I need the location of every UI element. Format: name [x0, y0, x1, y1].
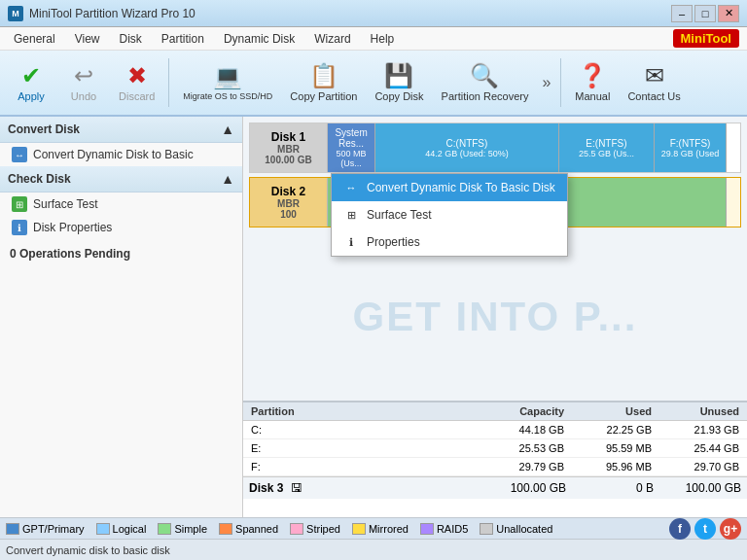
context-menu: ↔ Convert Dynamic Disk To Basic Disk ⊞ S… — [331, 173, 568, 257]
row3-capacity: 29.79 GB — [484, 458, 572, 475]
disk1-f-partition[interactable]: F:(NTFS) 29.8 GB (Used — [655, 123, 727, 172]
disk2-type: MBR — [277, 198, 300, 209]
copy-disk-label: Copy Disk — [374, 90, 423, 102]
collapse-check-icon[interactable]: ▲ — [221, 171, 234, 187]
legend-raid5: RAID5 — [420, 523, 468, 535]
menu-wizard[interactable]: Wizard — [304, 30, 360, 48]
migrate-icon: 💻 — [213, 65, 242, 88]
e-detail: 25.5 GB (Us... — [579, 149, 634, 158]
sysres-label: System Res... — [330, 127, 373, 149]
partition-recovery-label: Partition Recovery — [442, 90, 529, 102]
toolbar-more-button[interactable]: » — [538, 74, 554, 91]
legend-simple-box — [158, 523, 171, 535]
google-plus-button[interactable]: g+ — [720, 518, 741, 540]
table-header-row: Partition Capacity Used Unused — [243, 402, 747, 421]
f-detail: 29.8 GB (Used — [661, 149, 720, 158]
disk2-name: Disk 2 — [271, 185, 305, 198]
maximize-button[interactable]: □ — [694, 5, 716, 22]
disk3-label-icon: 🖫 — [291, 481, 302, 495]
menu-partition[interactable]: Partition — [152, 30, 214, 48]
contact-us-button[interactable]: ✉ Contact Us — [620, 54, 688, 111]
close-button[interactable]: ✕ — [718, 5, 739, 22]
partition-recovery-button[interactable]: 🔍 Partition Recovery — [434, 54, 537, 111]
undo-label: Undo — [71, 90, 96, 102]
f-label: F:(NTFS) — [670, 138, 711, 149]
recovery-icon: 🔍 — [470, 64, 499, 88]
discard-icon: ✖ — [127, 64, 147, 88]
convert-dynamic-context-item[interactable]: ↔ Convert Dynamic Disk To Basic Disk — [332, 174, 567, 201]
surface-test-icon: ⊞ — [12, 196, 27, 212]
minimize-button[interactable]: – — [671, 5, 693, 22]
undo-button[interactable]: ↩ Undo — [58, 54, 109, 111]
row1-partition: C: — [243, 421, 484, 438]
migrate-os-button[interactable]: 💻 Migrate OS to SSD/HD — [175, 54, 280, 111]
convert-dynamic-label: Convert Dynamic Disk to Basic — [33, 148, 194, 161]
copy-disk-button[interactable]: 💾 Copy Disk — [367, 54, 431, 111]
disk3-section-header: Disk 3 🖫 100.00 GB 0 B 100.00 GB — [243, 476, 747, 499]
menu-disk[interactable]: Disk — [110, 30, 152, 48]
copy-disk-icon: 💾 — [384, 64, 413, 88]
row2-unused: 25.44 GB — [659, 439, 747, 457]
minitool-logo: MiniTool — [673, 29, 739, 48]
table-row[interactable]: E: 25.53 GB 95.59 MB 25.44 GB — [243, 439, 747, 458]
disk1-partitions: System Res... 500 MB (Us... C:(NTFS) 44.… — [328, 123, 727, 172]
legend-gpt-box — [6, 523, 19, 535]
manual-button[interactable]: ❓ Manual — [567, 54, 618, 111]
disk-area[interactable]: Disk 1 MBR 100.00 GB System Res... 500 M… — [243, 117, 747, 401]
disk1-row[interactable]: Disk 1 MBR 100.00 GB System Res... 500 M… — [249, 122, 741, 173]
titlebar: M MiniTool Partition Wizard Pro 10 – □ ✕ — [0, 0, 747, 27]
surface-test-context-item[interactable]: ⊞ Surface Test — [332, 201, 567, 228]
collapse-convert-icon[interactable]: ▲ — [221, 122, 234, 137]
e-label: E:(NTFS) — [586, 138, 626, 149]
menu-view[interactable]: View — [65, 30, 110, 48]
table-row[interactable]: C: 44.18 GB 22.25 GB 21.93 GB — [243, 421, 747, 439]
check-disk-section: Check Disk ▲ — [0, 166, 242, 192]
legend-mirrored-label: Mirrored — [369, 523, 409, 535]
legend-simple-label: Simple — [174, 523, 207, 535]
logo-mini: Mini — [681, 31, 706, 46]
legend-unalloc-box — [480, 523, 493, 535]
surface-test-label: Surface Test — [33, 197, 97, 211]
sysres-detail: 500 MB (Us... — [330, 149, 373, 168]
toolbar-separator-2 — [560, 58, 561, 107]
disk1-e-partition[interactable]: E:(NTFS) 25.5 GB (Us... — [559, 123, 655, 172]
copy-partition-button[interactable]: 📋 Copy Partition — [282, 54, 365, 111]
toolbar-separator-1 — [168, 58, 169, 107]
apply-button[interactable]: ✔ Apply — [6, 54, 56, 111]
surface-test-item[interactable]: ⊞ Surface Test — [0, 192, 242, 216]
properties-context-item[interactable]: ℹ Properties — [332, 228, 567, 256]
apply-label: Apply — [18, 90, 45, 102]
social-icons: f t g+ — [669, 518, 741, 540]
app-icon: M — [8, 6, 23, 21]
menu-dynamic-disk[interactable]: Dynamic Disk — [214, 30, 304, 48]
properties-context-label: Properties — [367, 235, 420, 249]
legend-logical: Logical — [96, 523, 147, 535]
menu-general[interactable]: General — [4, 30, 65, 48]
menu-help[interactable]: Help — [361, 30, 405, 48]
row3-used: 95.96 MB — [572, 458, 659, 475]
main-area: Convert Disk ▲ ↔ Convert Dynamic Disk to… — [0, 117, 747, 517]
migrate-label: Migrate OS to SSD/HD — [183, 91, 272, 101]
legend-gpt: GPT/Primary — [6, 523, 85, 535]
manual-label: Manual — [575, 90, 610, 102]
disk1-c-partition[interactable]: C:(NTFS) 44.2 GB (Used: 50%) — [375, 123, 559, 172]
legend-spanned-label: Spanned — [235, 523, 278, 535]
surface-test-context-label: Surface Test — [367, 208, 431, 222]
table-row[interactable]: F: 29.79 GB 95.96 MB 29.70 GB — [243, 458, 747, 476]
twitter-button[interactable]: t — [694, 518, 716, 540]
legend-mirrored-box — [352, 523, 366, 535]
disk3-unused: 100.00 GB — [654, 481, 741, 495]
row3-partition: F: — [243, 458, 484, 475]
legend-simple: Simple — [158, 523, 207, 535]
discard-button[interactable]: ✖ Discard — [111, 54, 162, 111]
facebook-button[interactable]: f — [669, 518, 691, 540]
menubar: General View Disk Partition Dynamic Disk… — [0, 27, 747, 51]
manual-icon: ❓ — [578, 64, 607, 88]
window-controls[interactable]: – □ ✕ — [671, 5, 739, 22]
col-used-header: Used — [572, 402, 659, 420]
row1-unused: 21.93 GB — [659, 421, 747, 438]
convert-dynamic-item[interactable]: ↔ Convert Dynamic Disk to Basic — [0, 143, 242, 166]
disk-properties-item[interactable]: ℹ Disk Properties — [0, 216, 242, 239]
disk1-sysres-partition[interactable]: System Res... 500 MB (Us... — [328, 123, 375, 172]
convert-disk-section: Convert Disk ▲ — [0, 117, 242, 143]
